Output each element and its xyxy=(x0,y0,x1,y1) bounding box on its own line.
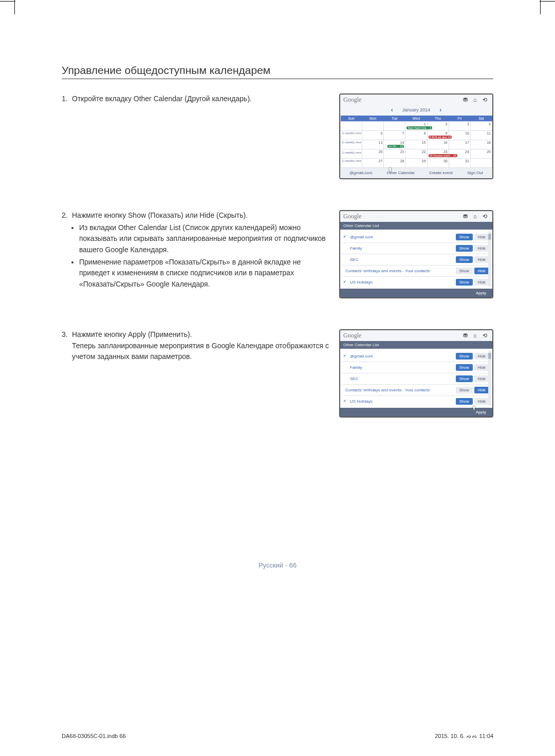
check-icon xyxy=(343,246,348,251)
show-button[interactable]: Show xyxy=(456,256,473,263)
create-event-button[interactable]: Create event xyxy=(429,171,453,175)
check-icon xyxy=(343,365,348,370)
calendar-name: ✔US Holidays xyxy=(343,399,373,404)
calendar-name: SEC xyxy=(343,376,358,381)
list-item: FamilyShowHide xyxy=(342,362,490,373)
list-header: Other Calendar List xyxy=(340,222,492,230)
scrollbar[interactable]: ˄ ˅ xyxy=(488,351,491,404)
scroll-up-icon[interactable]: ˄ xyxy=(488,228,491,232)
step3-text-line2: Теперь запланированные мероприятия в Goo… xyxy=(72,341,331,363)
day-header: Sun xyxy=(341,116,362,122)
hide-button[interactable]: Hide xyxy=(474,268,489,274)
list-item: Contacts' birthdays and events - Your co… xyxy=(342,385,490,396)
calendar-name: ✔@gmail.com xyxy=(343,235,373,239)
google-logo: Google xyxy=(343,96,361,104)
show-button[interactable]: Show xyxy=(456,364,473,371)
account-label: @gmail.com xyxy=(349,171,373,175)
google-logo: Google xyxy=(343,332,361,339)
calendar-cell: 16 xyxy=(427,140,449,149)
apply-button[interactable]: Apply xyxy=(340,289,492,297)
back-icon: ⟲ xyxy=(480,332,489,339)
list-item: ✔@gmail.comShowHide xyxy=(342,232,490,243)
fridge-icon: ⛃ xyxy=(461,97,470,104)
calendar-cell xyxy=(384,122,405,131)
sign-out-button[interactable]: Sign Out xyxy=(467,171,483,175)
list-item: ✔@gmail.comShowHide xyxy=(342,351,490,362)
scroll-down-icon[interactable]: ˅ xyxy=(488,404,491,408)
scrollbar[interactable]: ˄ ˅ xyxy=(488,232,491,285)
show-button[interactable]: Show xyxy=(456,387,473,393)
calendar-name: ✔US Holidays xyxy=(343,280,373,285)
step2-bullet: Применение параметров «Показать/Скрыть» … xyxy=(79,257,331,290)
day-header: Mon xyxy=(362,116,384,122)
calendar-name: ✔@gmail.com xyxy=(343,354,373,358)
hide-button[interactable]: Hide xyxy=(474,364,489,371)
print-footer-right: 2015. 10. 6. ᨁᨁ 11:04 xyxy=(435,733,493,740)
next-month-icon[interactable]: › xyxy=(439,106,441,114)
calendar-cell: 10 xyxy=(449,131,470,140)
show-button[interactable]: Show xyxy=(456,268,473,274)
home-icon: ⌂ xyxy=(471,213,479,220)
calendar-cell: 29 xyxy=(405,159,427,168)
calendar-cell: 27 xyxy=(362,159,384,168)
show-button[interactable]: Show xyxy=(456,234,473,240)
list-item: Contacts' birthdays and events - Your co… xyxy=(342,266,490,277)
month-label: January 2014 xyxy=(402,107,431,112)
list-item: SECShowHide xyxy=(342,254,490,266)
step3-num: 3. xyxy=(62,329,72,341)
day-header: Sat xyxy=(470,116,492,122)
step1-num: 1. xyxy=(62,93,72,105)
calendar-cell: 1) weekly new 12 xyxy=(341,140,362,149)
calendar-cell: 1New Year's Da… 1 xyxy=(405,122,427,131)
calendar-cell: 21 xyxy=(384,149,405,159)
calendar-cell: 15 xyxy=(405,140,427,149)
hide-button[interactable]: Hide xyxy=(474,387,489,393)
show-button[interactable]: Show xyxy=(456,353,473,360)
calendar-event: 23 Income outof… 24 xyxy=(429,154,458,157)
calendar-cell: 1414 HV… 15 xyxy=(384,140,405,149)
print-footer-left: DA68-03055C-01.indb 66 xyxy=(62,733,126,740)
check-icon: ✔ xyxy=(343,280,348,285)
calendar-name: Family xyxy=(343,246,362,251)
scroll-up-icon[interactable]: ˄ xyxy=(488,347,491,351)
step2-text: Нажмите кнопку Show (Показать) или Hide … xyxy=(72,210,248,221)
show-button[interactable]: Show xyxy=(456,245,473,252)
calendar-cell: 6 xyxy=(362,131,384,140)
back-icon: ⟲ xyxy=(480,213,489,220)
apply-button[interactable]: Apply xyxy=(340,408,492,417)
check-icon: ✔ xyxy=(343,399,348,404)
scroll-down-icon[interactable]: ˅ xyxy=(488,285,491,289)
step1-text: Откройте вкладку Other Calendar (Другой … xyxy=(72,93,252,105)
calendar-cell: 4 xyxy=(470,122,492,131)
calendar-cell xyxy=(341,122,362,131)
calendar-cell xyxy=(362,122,384,131)
calendar-event: 9 #Oft ett dew 10 xyxy=(429,136,452,139)
fridge-icon: ⛃ xyxy=(461,213,470,220)
prev-month-icon[interactable]: ‹ xyxy=(391,106,393,114)
calendar-cell: 3 xyxy=(449,122,470,131)
google-logo: Google xyxy=(343,213,361,220)
step3-text-line1: Нажмите кнопку Apply (Применить). xyxy=(72,329,192,341)
hide-button[interactable]: Hide xyxy=(474,256,489,263)
hide-button[interactable]: Hide xyxy=(474,375,489,382)
day-header: Thu xyxy=(427,116,449,122)
hide-button[interactable]: Hide xyxy=(474,279,489,286)
hide-button[interactable]: Hide xyxy=(474,398,489,405)
other-calendar-tab[interactable]: Other Calendar xyxy=(386,171,415,175)
calendar-name: Contacts' birthdays and events - Your co… xyxy=(343,388,431,392)
show-button[interactable]: Show xyxy=(456,375,473,382)
show-button[interactable]: Show xyxy=(456,398,473,405)
calendar-name: Family xyxy=(343,365,362,370)
day-header: Wed xyxy=(405,116,427,122)
list-item: SECShowHide xyxy=(342,373,490,385)
check-icon xyxy=(343,257,348,262)
list-header: Other Calendar List xyxy=(340,341,492,349)
check-icon: ✔ xyxy=(343,235,348,239)
hide-button[interactable]: Hide xyxy=(474,234,489,240)
hide-button[interactable]: Hide xyxy=(474,353,489,360)
check-icon: ✔ xyxy=(343,354,348,358)
day-header: Fri xyxy=(449,116,470,122)
check-icon xyxy=(343,376,348,381)
show-button[interactable]: Show xyxy=(456,279,473,286)
hide-button[interactable]: Hide xyxy=(474,245,489,252)
